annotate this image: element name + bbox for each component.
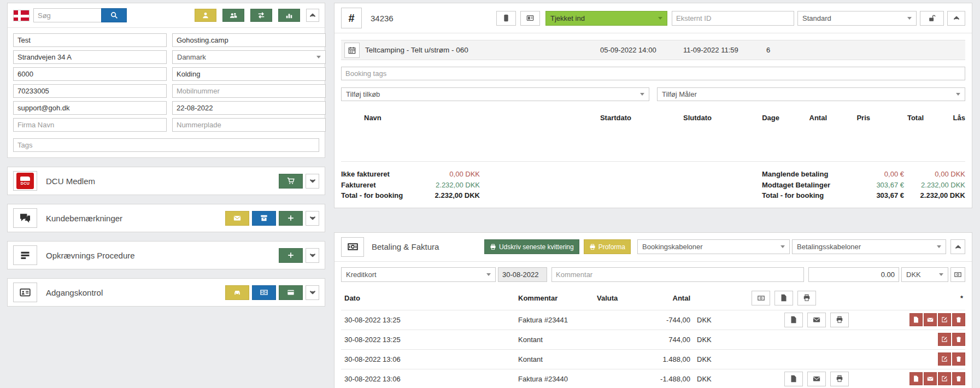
bulk-money-button[interactable] — [752, 291, 770, 305]
bulk-document-button[interactable] — [774, 291, 793, 305]
register-payment-button[interactable] — [950, 267, 965, 282]
bulk-print-button[interactable] — [797, 291, 816, 305]
expand-dcu-button[interactable] — [306, 174, 319, 189]
archive-notes-button[interactable] — [252, 211, 276, 226]
print-latest-receipt-button[interactable]: Udskriv seneste kvittering — [484, 239, 579, 254]
mail-icon — [813, 316, 820, 324]
payment-comment: Faktura #23441 — [518, 316, 649, 324]
category-select[interactable]: Standard — [797, 11, 917, 26]
add-meter-select[interactable]: Tilføj Måler — [657, 87, 965, 101]
row-mail-button[interactable] — [924, 313, 937, 326]
column-laas: Lås — [924, 114, 965, 122]
add-procedure-button[interactable] — [279, 248, 303, 263]
row-delete-button[interactable] — [952, 313, 965, 326]
total-eur: 0,00 € — [859, 169, 904, 180]
payment-amount-field[interactable] — [808, 267, 899, 282]
customer-group-button[interactable] — [222, 9, 244, 22]
row-delete-button[interactable] — [952, 333, 965, 346]
expand-procedure-button[interactable] — [306, 248, 319, 263]
row-edit-button[interactable] — [938, 352, 951, 366]
status-select[interactable]: Tjekket ind — [545, 11, 667, 26]
invoice-pdf-button[interactable] — [784, 313, 803, 327]
vehicle-access-button[interactable] — [225, 285, 249, 300]
search-button[interactable] — [101, 8, 127, 22]
email-field[interactable] — [13, 101, 167, 115]
external-id-field[interactable] — [672, 11, 794, 26]
status-select-value: Tjekket ind — [550, 14, 585, 22]
invoice-print-button[interactable] — [830, 372, 849, 386]
column-dato: Dato — [341, 294, 518, 302]
customer-name-field[interactable] — [13, 33, 167, 47]
company-field[interactable] — [13, 118, 167, 132]
row-delete-button[interactable] — [952, 352, 965, 366]
invoice-print-button[interactable] — [830, 313, 849, 327]
proforma-button[interactable]: Proforma — [584, 239, 631, 254]
dropdown-arrow-icon — [640, 93, 644, 96]
add-note-button[interactable] — [279, 211, 303, 226]
invoice-mail-button[interactable] — [807, 372, 826, 386]
collapse-customer-button[interactable] — [306, 9, 319, 22]
phone-field[interactable] — [13, 84, 167, 98]
trash-icon — [955, 375, 962, 382]
access-balance-button[interactable] — [252, 285, 276, 300]
cart-icon — [287, 177, 295, 185]
column-pris: Pris — [827, 114, 870, 122]
currency-select[interactable]: DKK — [901, 267, 948, 282]
hash-icon: # — [341, 8, 362, 28]
access-card-button[interactable] — [279, 285, 303, 300]
booking-templates-select[interactable]: Bookingskabeloner — [637, 239, 790, 254]
calendar-button[interactable] — [344, 43, 360, 58]
send-mail-button[interactable] — [225, 211, 249, 226]
row-pdf-button[interactable] — [909, 313, 923, 326]
expand-notes-button[interactable] — [306, 211, 319, 226]
license-plate-field[interactable] — [172, 118, 326, 132]
payment-currency: DKK — [690, 336, 723, 344]
invoice-mail-button[interactable] — [807, 313, 826, 327]
dcu-cart-button[interactable] — [279, 174, 303, 189]
mail-icon — [927, 375, 934, 382]
contact-card-button[interactable] — [520, 11, 540, 26]
collapse-booking-button[interactable] — [947, 11, 965, 26]
city-field[interactable] — [172, 67, 326, 81]
search-input[interactable] — [33, 8, 102, 22]
payment-date-field[interactable] — [498, 267, 547, 282]
statistics-button[interactable] — [278, 9, 300, 22]
payment-comment: Faktura #23440 — [518, 375, 649, 383]
collapse-payments-button[interactable] — [950, 239, 965, 254]
dcu-logo: DCU — [13, 171, 37, 191]
booking-tags-field[interactable] — [341, 67, 965, 80]
booking-items-empty — [341, 127, 965, 162]
payment-method-select[interactable]: Kreditkort — [341, 267, 496, 282]
comments-icon — [20, 213, 31, 224]
customer-date-field[interactable] — [172, 101, 326, 115]
country-select[interactable]: Danmark — [172, 50, 326, 64]
row-delete-button[interactable] — [952, 372, 965, 385]
customer-tags-field[interactable] — [13, 138, 319, 152]
mobile-button[interactable] — [496, 11, 516, 26]
row-edit-button[interactable] — [938, 372, 951, 385]
row-pdf-button[interactable] — [909, 372, 923, 385]
row-edit-button[interactable] — [938, 313, 951, 326]
row-mail-button[interactable] — [924, 372, 937, 385]
total-label: Total - for booking — [341, 190, 424, 201]
total-label: Manglende betaling — [762, 169, 859, 180]
add-addon-select[interactable]: Tilføj tilkøb — [341, 87, 649, 101]
zip-field[interactable] — [13, 67, 167, 81]
invoice-pdf-button[interactable] — [784, 372, 803, 386]
mobile-field[interactable] — [172, 84, 326, 98]
expand-access-button[interactable] — [306, 285, 319, 300]
calendar-icon — [348, 46, 356, 54]
payments-title: Betaling & Faktura — [372, 242, 439, 251]
mail-icon — [233, 214, 241, 222]
edit-icon — [941, 336, 948, 343]
lock-booking-button[interactable] — [920, 11, 944, 26]
payment-templates-select[interactable]: Betalingsskabeloner — [792, 239, 946, 254]
website-field[interactable] — [172, 33, 326, 47]
total-eur: 303,67 € — [859, 190, 904, 201]
row-edit-button[interactable] — [938, 333, 951, 346]
address-field[interactable] — [13, 50, 167, 64]
payments-header: Betaling & Faktura Udskriv seneste kvitt… — [335, 233, 972, 262]
transfer-button[interactable] — [250, 9, 272, 22]
payment-comment-field[interactable] — [551, 267, 804, 282]
customer-profile-button[interactable] — [195, 9, 216, 22]
